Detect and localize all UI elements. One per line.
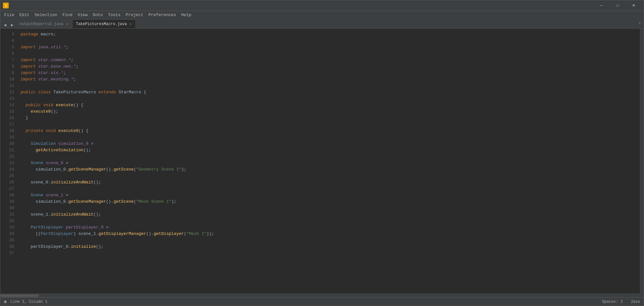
code-line-8: import star.base.neo.*;	[21, 63, 640, 70]
menu-view[interactable]: View	[75, 12, 90, 19]
code-line-10: import star.meshing.*;	[21, 76, 640, 83]
vertical-scrollbar[interactable]	[640, 29, 644, 293]
code-line-34: ((PartDisplayer) scene_1.getDisplayerMan…	[21, 231, 640, 237]
status-left: ▣ Line 1, Column 1	[4, 299, 47, 304]
tab-bar: ◀ ▶ outputReportv2.java ✕ TakePicturesMa…	[0, 19, 644, 29]
status-right: Spaces: 2 Java	[602, 300, 640, 304]
cursor-position: Line 1, Column 1	[10, 300, 47, 304]
horizontal-scroll-thumb[interactable]	[0, 294, 39, 297]
code-line-17	[21, 121, 640, 128]
code-line-5: import java.util.*;	[21, 44, 640, 51]
code-line-35	[21, 237, 640, 244]
code-line-20: Simulation simulation_0 =	[21, 141, 640, 147]
tab-takepictures-close[interactable]: ✕	[129, 22, 132, 26]
code-line-27	[21, 186, 640, 192]
code-line-21: getActiveSimulation();	[21, 147, 640, 153]
code-line-14: public void execute() {	[21, 102, 640, 108]
code-line-18: private void execute0() {	[21, 128, 640, 134]
code-line-24: simulation_0.getSceneManager().getScene(…	[21, 166, 640, 173]
code-line-23: Scene scene_0 =	[21, 160, 640, 166]
code-line-9: import star.vis.*;	[21, 70, 640, 76]
menu-file[interactable]: File	[2, 12, 17, 19]
menu-preferences[interactable]: Preferences	[146, 12, 179, 19]
code-line-6	[21, 51, 640, 57]
menu-project[interactable]: Project	[123, 12, 146, 19]
menu-help[interactable]: Help	[179, 12, 194, 19]
close-button[interactable]: ✕	[626, 0, 641, 11]
title-bar-left: S	[3, 3, 9, 8]
code-line-29: simulation_0.getSceneManager().getScene(…	[21, 199, 640, 205]
window-controls: ─ □ ✕	[594, 0, 641, 11]
code-line-32	[21, 218, 640, 224]
code-line-13	[21, 96, 640, 102]
code-line-22	[21, 153, 640, 160]
menu-bar: File Edit Selection Find View Goto Tools…	[0, 11, 644, 19]
code-line-19	[21, 134, 640, 141]
code-line-7: import star.common.*;	[21, 57, 640, 63]
language-indicator[interactable]: Java	[630, 300, 640, 304]
code-line-37	[21, 250, 640, 256]
code-line-25	[21, 173, 640, 179]
tab-takepictures[interactable]: TakePicturesMacro.java ✕	[72, 19, 136, 28]
tab-nav-right[interactable]: ▶	[9, 21, 16, 28]
tab-takepictures-label: TakePicturesMacro.java	[76, 22, 127, 26]
code-line-11	[21, 83, 640, 89]
code-line-26: scene_0.initializeAndWait();	[21, 179, 640, 186]
tab-outputreport[interactable]: outputReportv2.java ✕	[16, 19, 72, 28]
line-numbers: 3 4 5 6 7 8 9 10 11 12 13 14 15 16 17 18…	[0, 29, 18, 293]
menu-goto[interactable]: Goto	[90, 12, 105, 19]
tab-outputreport-label: outputReportv2.java	[19, 22, 63, 26]
code-line-15: execute0();	[21, 108, 640, 115]
tab-nav-left[interactable]: ◀	[2, 21, 9, 28]
tab-outputreport-close[interactable]: ✕	[65, 22, 69, 26]
maximize-button[interactable]: □	[610, 0, 625, 11]
code-line-36: partDisplayer_0.initialize();	[21, 244, 640, 250]
title-bar: S ─ □ ✕	[0, 0, 644, 11]
menu-tools[interactable]: Tools	[105, 12, 123, 19]
code-line-33: PartDisplayer partDisplayer_0 =	[21, 224, 640, 231]
code-line-30	[21, 205, 640, 211]
code-line-4	[21, 38, 640, 44]
monitor-icon: ▣	[4, 299, 6, 304]
horizontal-scrollbar-container	[0, 293, 644, 297]
code-line-28: Scene scene_1 =	[21, 192, 640, 199]
spaces-indicator[interactable]: Spaces: 2	[602, 300, 623, 304]
menu-find[interactable]: Find	[60, 12, 75, 19]
code-line-31: scene_1.initializeAndWait();	[21, 211, 640, 218]
minimize-button[interactable]: ─	[594, 0, 609, 11]
app-icon: S	[3, 3, 9, 8]
code-line-12: public class TakePicturesMacro extends S…	[21, 89, 640, 96]
main-window: S ─ □ ✕ File Edit Selection Find View Go…	[0, 0, 644, 306]
filter-icon[interactable]: ▿	[639, 20, 641, 26]
code-line-3: package macro;	[21, 31, 640, 38]
code-editor[interactable]: package macro; import java.util.*; impor…	[18, 29, 640, 293]
code-line-16: }	[21, 115, 640, 121]
menu-selection[interactable]: Selection	[32, 12, 60, 19]
editor-area: 3 4 5 6 7 8 9 10 11 12 13 14 15 16 17 18…	[0, 29, 644, 293]
menu-edit[interactable]: Edit	[17, 12, 32, 19]
status-bar: ▣ Line 1, Column 1 Spaces: 2 Java	[0, 297, 644, 306]
